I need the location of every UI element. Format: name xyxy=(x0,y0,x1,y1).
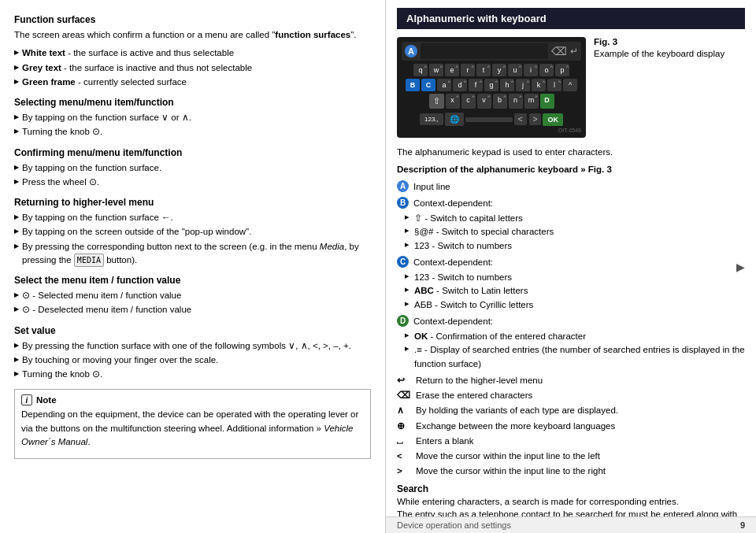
kbd-next-key[interactable]: > xyxy=(529,113,542,125)
fig-caption-text: Example of the keyboard display xyxy=(594,49,745,58)
kbd-ref: OIT-0549 xyxy=(402,128,581,133)
bullet-return-3: By pressing the corresponding button nex… xyxy=(14,240,371,268)
sym-row-right: > Move the cursor within the input line … xyxy=(397,465,745,478)
circle-d: D xyxy=(397,315,409,327)
kbd-num-key[interactable]: 123., xyxy=(420,113,443,125)
note-body: Depending on the equipment, the device c… xyxy=(21,408,364,449)
desc-bullet-d2: .≡ - Display of searched entries (the nu… xyxy=(397,343,745,371)
section-body-function-surfaces: The screen areas which confirm a functio… xyxy=(14,28,371,42)
label-d-text: Context-dependent: xyxy=(413,315,493,328)
circle-c: C xyxy=(397,256,409,268)
section-select-value: Select the menu item / function value ⊙ … xyxy=(14,275,371,317)
label-a-text: Input line xyxy=(413,180,450,194)
kbd-backspace-icon[interactable]: ⌫ xyxy=(551,45,567,57)
desc-label-a: A Input line xyxy=(397,180,745,194)
desc-symbol-rows: ↩ Return to the higher-level menu ⌫ Eras… xyxy=(397,374,745,479)
kbd-key-c-label[interactable]: C xyxy=(421,79,435,91)
kbd-key-y[interactable]: y^ xyxy=(492,64,506,76)
kbd-key-i[interactable]: i^ xyxy=(524,64,538,76)
kbd-special-row: 123., 🌐 < > OK xyxy=(402,113,581,126)
bullet-select-2: Turning the knob ⊙. xyxy=(14,125,371,139)
intro-text: The alphanumeric keypad is used to enter… xyxy=(397,146,745,160)
bullet-select-1: By tapping on the function surface ∨ or … xyxy=(14,111,371,124)
description-title: Description of the alphanumeric keyboard… xyxy=(397,163,745,177)
note-box: i Note Depending on the equipment, the d… xyxy=(14,389,371,459)
kbd-key-rows: q^ w^ e^ r^ t^ y^ u^ i^ o^ p^ B C a^ d^ … xyxy=(402,64,581,126)
kbd-key-a2[interactable]: a^ xyxy=(437,79,451,91)
kbd-key-h[interactable]: h^ xyxy=(500,79,514,91)
keyboard-image: A ⌫ ↵ q^ w^ e^ r^ t^ y^ u^ i^ o^ p^ xyxy=(397,37,586,138)
bullet-white-text: White text - the surface is active and t… xyxy=(14,46,371,60)
kbd-row-2: B C a^ d^ f^ g^ h^ j^ k^ l^ ^ xyxy=(402,79,581,91)
section-title-returning-menu: Returning to higher-level menu xyxy=(14,197,371,208)
sym-row-exchange: ⊕ Exchange between the more keyboard lan… xyxy=(397,420,745,433)
kbd-key-q[interactable]: q^ xyxy=(413,64,428,76)
sym-row-erase: ⌫ Erase the entered characters xyxy=(397,389,745,402)
kbd-key-c2[interactable]: c^ xyxy=(461,94,476,109)
kbd-key-l[interactable]: l^ xyxy=(547,79,561,91)
kbd-key-n[interactable]: n^ xyxy=(509,94,523,109)
kbd-ok-key[interactable]: OK xyxy=(543,113,563,126)
kbd-key-shift-l[interactable]: ⇧ xyxy=(429,94,444,109)
kbd-key-x[interactable]: x^ xyxy=(446,94,460,109)
kbd-globe-key[interactable]: 🌐 xyxy=(445,113,464,126)
section-function-surfaces: Function surfaces The screen areas which… xyxy=(14,14,371,89)
kbd-key-d-label[interactable]: D xyxy=(540,94,554,109)
kbd-return-icon[interactable]: ↵ xyxy=(570,46,578,57)
kbd-key-hat[interactable]: ^ xyxy=(563,79,577,91)
bullet-set-1: By pressing the function surface with on… xyxy=(14,339,371,353)
desc-label-b: B Context-dependent: ⇧ - Switch to capit… xyxy=(397,197,745,253)
desc-bullet-c3: АБВ - Switch to Cyrillic letters xyxy=(397,298,745,312)
kbd-key-e[interactable]: e^ xyxy=(445,64,459,76)
kbd-key-v[interactable]: v^ xyxy=(477,94,491,109)
page-number: 9 xyxy=(740,520,745,530)
bullet-confirm-1: By tapping on the function surface. xyxy=(14,161,371,175)
kbd-key-r[interactable]: r^ xyxy=(461,64,475,76)
right-column: Alphanumeric with keyboard A ⌫ ↵ q^ w^ e… xyxy=(386,0,756,533)
section-title-function-surfaces: Function surfaces xyxy=(14,14,371,25)
keyboard-display-area: A ⌫ ↵ q^ w^ e^ r^ t^ y^ u^ i^ o^ p^ xyxy=(397,37,745,138)
kbd-key-p[interactable]: p^ xyxy=(555,64,569,76)
kbd-space-key[interactable] xyxy=(465,117,513,122)
kbd-key-b2[interactable]: b^ xyxy=(493,94,507,109)
kbd-key-t[interactable]: t^ xyxy=(476,64,491,76)
sym-row-blank: ⎵ Enters a blank xyxy=(397,435,745,448)
bottom-bar: Device operation and settings 9 xyxy=(386,516,756,533)
desc-bullet-b2: §@# - Switch to special characters xyxy=(397,225,745,239)
circle-a: A xyxy=(397,180,409,192)
search-para1: While entering characters, a search is m… xyxy=(397,497,745,506)
kbd-key-f[interactable]: f^ xyxy=(469,79,483,91)
right-arrow-icon: ▶ xyxy=(736,261,745,273)
kbd-key-j[interactable]: j^ xyxy=(516,79,530,91)
kbd-key-w[interactable]: w^ xyxy=(429,64,443,76)
kbd-key-k[interactable]: k^ xyxy=(532,79,546,91)
label-b-text: Context-dependent: xyxy=(413,197,493,210)
kbd-key-u[interactable]: u^ xyxy=(508,64,522,76)
kbd-key-g[interactable]: g^ xyxy=(484,79,498,91)
bullet-set-2: By touching or moving your finger over t… xyxy=(14,353,371,367)
desc-bullet-d1: OK - Confirmation of the entered charact… xyxy=(397,330,745,343)
desc-label-c: C Context-dependent: 123 - Switch to num… xyxy=(397,256,745,312)
kbd-key-o[interactable]: o^ xyxy=(539,64,554,76)
bullet-deselected: ⊙ - Deselected menu item / function valu… xyxy=(14,303,371,316)
kbd-prev-key[interactable]: < xyxy=(514,113,527,125)
kbd-row-3: ⇧ x^ c^ v^ b^ n^ m^ D xyxy=(402,94,581,109)
desc-bullet-c1: 123 - Switch to numbers xyxy=(397,271,745,284)
kbd-row-1: q^ w^ e^ r^ t^ y^ u^ i^ o^ p^ xyxy=(402,64,581,76)
kbd-key-m[interactable]: m^ xyxy=(524,94,539,109)
right-header: Alphanumeric with keyboard xyxy=(397,8,745,29)
section-confirming-menu: Confirming menu/menu item/function By ta… xyxy=(14,147,371,190)
kbd-key-b-label[interactable]: B xyxy=(406,79,420,91)
kbd-key-d[interactable]: d^ xyxy=(453,79,467,91)
section-set-value: Set value By pressing the function surfa… xyxy=(14,325,371,382)
sym-row-left: < Move the cursor within the input line … xyxy=(397,450,745,463)
kbd-input-field xyxy=(421,43,548,59)
bullet-confirm-2: Press the wheel ⊙. xyxy=(14,176,371,189)
bullet-set-3: Turning the knob ⊙. xyxy=(14,368,371,381)
label-c-text: Context-dependent: xyxy=(413,256,493,269)
note-title: i Note xyxy=(21,394,364,405)
circle-b: B xyxy=(397,197,409,209)
desc-bullet-b1: ⇧ - Switch to capital letters xyxy=(397,212,745,225)
search-title: Search xyxy=(397,483,745,494)
section-title-confirming-menu: Confirming menu/menu item/function xyxy=(14,147,371,158)
